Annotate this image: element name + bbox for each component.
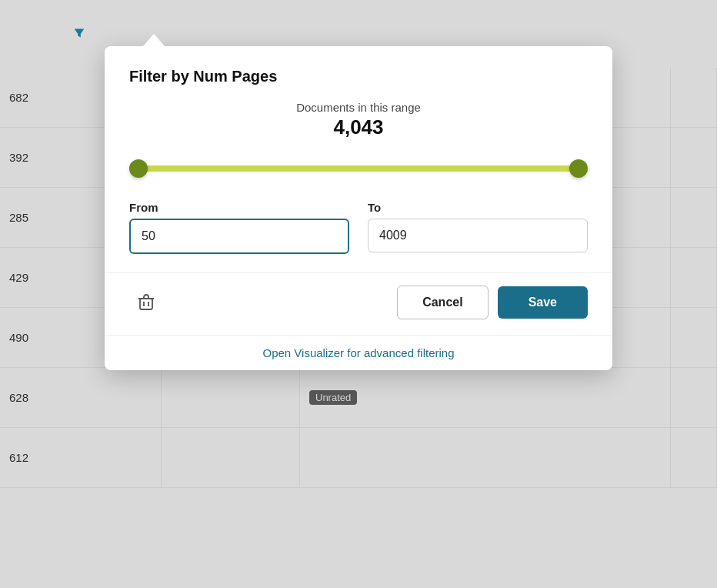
filter-modal: Filter by Num Pages Documents in this ra…: [105, 46, 612, 370]
modal-footer: Cancel Save: [105, 272, 612, 335]
modal-title: Filter by Num Pages: [129, 68, 588, 85]
inputs-row: From To: [129, 201, 588, 254]
range-slider[interactable]: [129, 155, 588, 182]
delete-button[interactable]: [129, 286, 163, 319]
from-label: From: [129, 201, 349, 214]
doc-range-label: Documents in this range: [129, 101, 588, 114]
modal-overlay: Filter by Num Pages Documents in this ra…: [0, 0, 717, 588]
svg-rect-0: [140, 299, 152, 309]
cancel-button[interactable]: Cancel: [397, 286, 488, 319]
from-input[interactable]: [129, 219, 349, 254]
from-input-group: From: [129, 201, 349, 254]
slider-handle-left[interactable]: [129, 159, 148, 178]
modal-body: Filter by Num Pages Documents in this ra…: [105, 46, 612, 254]
save-button[interactable]: Save: [498, 286, 588, 319]
doc-range-section: Documents in this range 4,043: [129, 101, 588, 139]
to-input[interactable]: [368, 219, 588, 252]
to-label: To: [368, 201, 588, 214]
slider-track: [129, 165, 588, 172]
doc-count: 4,043: [129, 115, 588, 139]
slider-handle-right[interactable]: [569, 159, 588, 178]
to-input-group: To: [368, 201, 588, 254]
visualizer-link[interactable]: Open Visualizer for advanced filtering: [105, 335, 612, 370]
